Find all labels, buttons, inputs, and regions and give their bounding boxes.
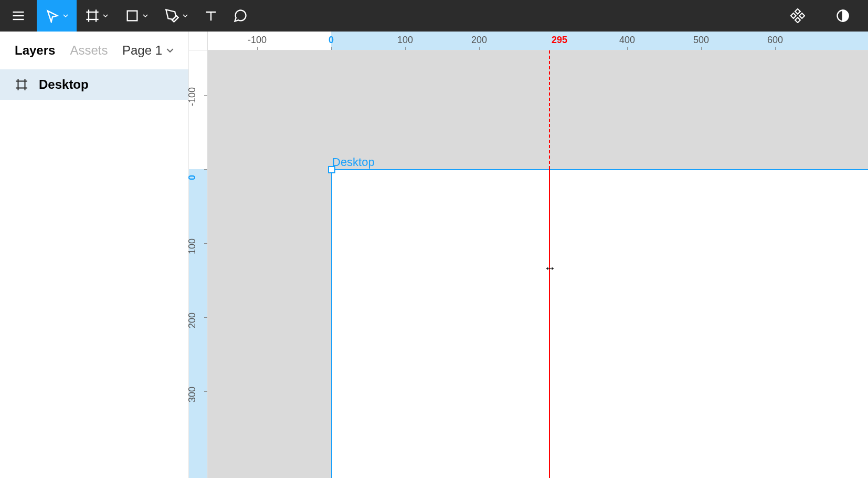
- canvas-inner[interactable]: Desktop ↔: [208, 50, 868, 478]
- ruler-tick: 100: [397, 35, 413, 46]
- ruler-mark: [204, 243, 207, 244]
- components-icon: [790, 8, 805, 23]
- text-tool-button[interactable]: [196, 0, 226, 32]
- toolbar: [0, 0, 868, 32]
- svg-rect-9: [791, 13, 796, 18]
- ruler-mark: [204, 391, 207, 392]
- ruler-mark: [479, 47, 480, 50]
- ruler-tick-zero: 0: [329, 35, 334, 46]
- ruler-mark: [204, 95, 207, 96]
- ruler-mark: [701, 47, 702, 50]
- rectangle-icon: [125, 8, 140, 23]
- panel-tabs: Layers Assets Page 1: [0, 32, 188, 69]
- ruler-tick: 600: [767, 35, 783, 46]
- svg-rect-8: [795, 9, 800, 14]
- svg-rect-11: [795, 17, 800, 23]
- chevron-down-icon: [63, 11, 68, 20]
- panel-tabs-left: Layers Assets: [15, 43, 108, 58]
- page-selector-label: Page 1: [122, 43, 162, 58]
- ruler-tick: 100: [187, 238, 198, 254]
- shape-tool-button[interactable]: [117, 0, 156, 32]
- ruler-tick: -100: [187, 87, 198, 106]
- frame-tool-button[interactable]: [77, 0, 117, 32]
- ruler-tick-guide: 295: [552, 35, 567, 46]
- ruler-tick-zero: 0: [187, 175, 198, 180]
- frame-desktop[interactable]: Desktop: [331, 169, 868, 478]
- chevron-down-icon: [103, 11, 108, 20]
- pen-icon: [165, 8, 179, 23]
- tab-layers[interactable]: Layers: [15, 43, 55, 58]
- chevron-down-icon: [166, 47, 174, 54]
- ruler-vertical[interactable]: -100 0 100 200 300: [189, 50, 208, 478]
- menu-icon: [11, 8, 26, 23]
- canvas-area[interactable]: -100 0 100 200 295 400 500 600 -100 0 10…: [189, 32, 868, 478]
- comment-icon: [233, 8, 248, 23]
- comment-tool-button[interactable]: [226, 0, 255, 32]
- pen-tool-button[interactable]: [156, 0, 196, 32]
- ruler-tick: 500: [693, 35, 709, 46]
- text-icon: [204, 8, 218, 23]
- tab-assets[interactable]: Assets: [70, 43, 108, 58]
- ruler-tick: 200: [187, 313, 198, 328]
- chevron-down-icon: [143, 11, 148, 20]
- mask-button[interactable]: [828, 0, 858, 32]
- half-circle-icon: [835, 8, 850, 23]
- move-tool-button[interactable]: [37, 0, 77, 32]
- ruler-tick: 200: [471, 35, 487, 46]
- frame-icon: [85, 8, 100, 23]
- svg-rect-10: [799, 13, 805, 18]
- ruler-horizontal[interactable]: -100 0 100 200 295 400 500 600: [208, 32, 868, 50]
- ruler-mark: [331, 47, 332, 50]
- chevron-down-icon: [183, 11, 188, 20]
- guide-line-dashed: [549, 50, 550, 169]
- layer-name: Desktop: [39, 77, 89, 92]
- ruler-tick: 300: [187, 387, 198, 402]
- guide-line-solid: [549, 169, 550, 478]
- left-panel: Layers Assets Page 1 Desktop: [0, 32, 189, 478]
- svg-rect-7: [128, 11, 137, 21]
- layer-row-desktop[interactable]: Desktop: [0, 69, 188, 100]
- ruler-mark: [627, 47, 628, 50]
- ruler-mark: [405, 47, 406, 50]
- ruler-tick: -100: [248, 35, 267, 46]
- ruler-corner: [189, 32, 208, 50]
- toolbar-left: [0, 0, 255, 32]
- frame-icon: [15, 78, 28, 91]
- frame-label[interactable]: Desktop: [332, 155, 375, 169]
- main-menu-button[interactable]: [0, 0, 37, 32]
- frame-handle-tl[interactable]: [328, 166, 335, 173]
- ruler-mark: [204, 317, 207, 318]
- components-button[interactable]: [783, 0, 812, 32]
- ruler-mark: [204, 169, 207, 170]
- ruler-tick: 400: [619, 35, 635, 46]
- cursor-icon: [45, 8, 60, 23]
- ruler-mark: [257, 47, 258, 50]
- ruler-mark: [775, 47, 776, 50]
- page-selector[interactable]: Page 1: [122, 43, 174, 58]
- toolbar-right: [783, 0, 868, 32]
